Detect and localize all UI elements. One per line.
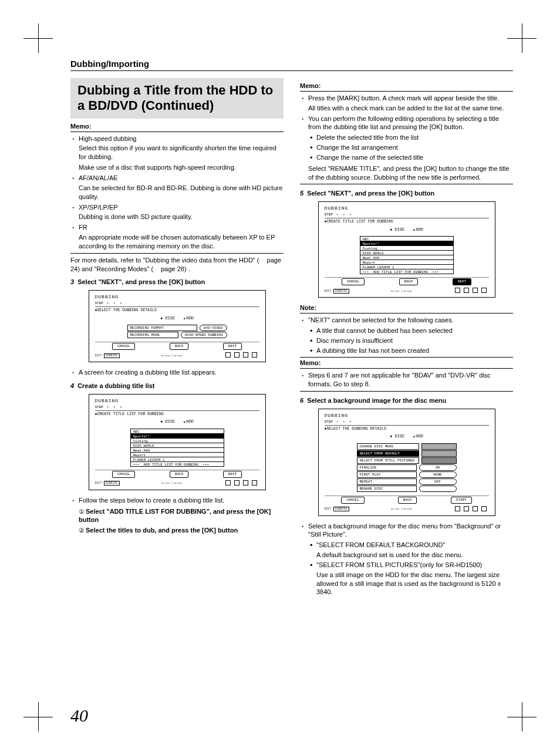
add-title-row[interactable]: ••• ADD TITLE LIST FOR DUBBING ••• <box>130 461 224 467</box>
substep-1: ①Select "ADD TITLE LIST FOR DUBBING", an… <box>70 507 284 525</box>
memo-text: Can be selected for BD-R and BD-RE. Dubb… <box>79 184 284 201</box>
step-6: 6Select a background image for the disc … <box>300 396 513 405</box>
add-title-row[interactable]: ••• ADD TITLE LIST FOR DUBBING ••• <box>360 269 454 274</box>
cancel-button[interactable]: CANCEL <box>342 278 365 285</box>
step-4: 4Create a dubbing title list <box>70 382 284 390</box>
sub-item: Disc memory is insufficient <box>308 336 513 345</box>
back-button[interactable]: BACK <box>170 343 188 350</box>
right-column: Memo: Press the [MARK] button. A check m… <box>300 78 513 599</box>
memo-item: XP/SP/LP/EP Dubbing is done with SD pict… <box>70 203 284 222</box>
next-button[interactable]: NEXT <box>223 343 242 350</box>
note-text: A screen for creating a dubbing title li… <box>70 368 284 377</box>
follow-text: Follow the steps below to create a dubbi… <box>70 496 284 505</box>
section-header: Dubbing/Importing <box>70 59 513 71</box>
back-button[interactable]: BACK <box>398 497 417 504</box>
memo-heading: Memo: <box>300 359 513 369</box>
sub-item: A title that cannot be dubbed has been s… <box>308 326 513 335</box>
sub-item: A dubbing title list has not been create… <box>308 346 513 355</box>
step-3: 3Select "NEXT", and press the [OK] butto… <box>70 278 284 287</box>
step-5: 5Select "NEXT", and press the [OK] butto… <box>300 189 513 198</box>
dubbing-title-list-screen: DUBBING STEP ✱CREATE TITLE LIST FOR DUBB… <box>89 394 266 490</box>
back-button[interactable]: BACK <box>399 278 418 285</box>
page-title: Dubbing a Title from the HDD to a BD/DVD… <box>70 78 284 119</box>
option-item: "SELECT FROM DEFAULT BACKGROUND" A defau… <box>308 541 513 559</box>
cancel-button[interactable]: CANCEL <box>341 497 365 504</box>
memo-heading: Memo: <box>70 122 284 132</box>
select-bg-text: Select a background image for the disc m… <box>300 522 513 597</box>
start-button[interactable]: START <box>451 497 472 504</box>
memo-heading: Memo: <box>300 82 513 92</box>
dubbing-title-list-screen-2: DUBBING STEP ✱CREATE TITLE LIST FOR DUBB… <box>318 201 495 298</box>
page-number: 40 <box>70 706 88 726</box>
sub-item: Change the name of the selected title <box>308 153 513 162</box>
memo-item: FR An appropriate mode will be chosen au… <box>70 223 284 251</box>
memo-text: All titles with a check mark can be adde… <box>308 104 513 113</box>
memo-item: Press the [MARK] button. A check mark wi… <box>300 94 513 113</box>
dubbing-details-screen: DUBBING STEP ✱SELECT THE DUBBING DETAILS… <box>89 290 266 362</box>
option-text: Use a still image on the HDD for the dis… <box>316 571 513 597</box>
option-text: A default background set is used for the… <box>316 551 513 559</box>
note-heading: Note: <box>300 304 513 314</box>
memo-text: Select this option if you want to signif… <box>79 144 284 161</box>
memo-text: Select "RENAME TITLE", and press the [OK… <box>308 164 513 182</box>
memo-item: High-speed dubbing Select this option if… <box>70 134 284 172</box>
next-button[interactable]: NEXT <box>453 278 471 285</box>
cancel-button[interactable]: CANCEL <box>112 471 136 478</box>
dubbing-background-screen: DUBBING STEP ✱SELECT THE DUBBING DETAILS… <box>318 409 495 516</box>
memo-item: AF/AN/AL/AE Can be selected for BD-R and… <box>70 174 284 201</box>
memo-text: Dubbing is done with SD picture quality. <box>79 213 284 221</box>
memo-text: Make use of a disc that supports high-sp… <box>79 163 284 172</box>
option-item: "SELECT FROM STILL PICTURES"(only for SR… <box>308 561 513 596</box>
sub-item: Delete the selected title from the list <box>308 133 513 142</box>
memo-item: Steps 6 and 7 are not applicable for "BD… <box>300 371 513 389</box>
left-column: Dubbing a Title from the HDD to a BD/DVD… <box>70 78 284 599</box>
note-item: "NEXT" cannot be selected for the follow… <box>300 316 513 355</box>
cancel-button[interactable]: CANCEL <box>112 343 136 350</box>
memo-item: You can perform the following editing op… <box>300 114 513 182</box>
back-button[interactable]: BACK <box>170 471 188 478</box>
sub-item: Change the list arrangement <box>308 143 513 152</box>
substep-2: ②Select the titles to dub, and press the… <box>70 526 284 535</box>
details-text: For more details, refer to "Dubbing the … <box>70 256 284 274</box>
memo-text: An appropriate mode will be chosen autom… <box>79 233 284 251</box>
next-button[interactable]: NEXT <box>223 471 242 478</box>
